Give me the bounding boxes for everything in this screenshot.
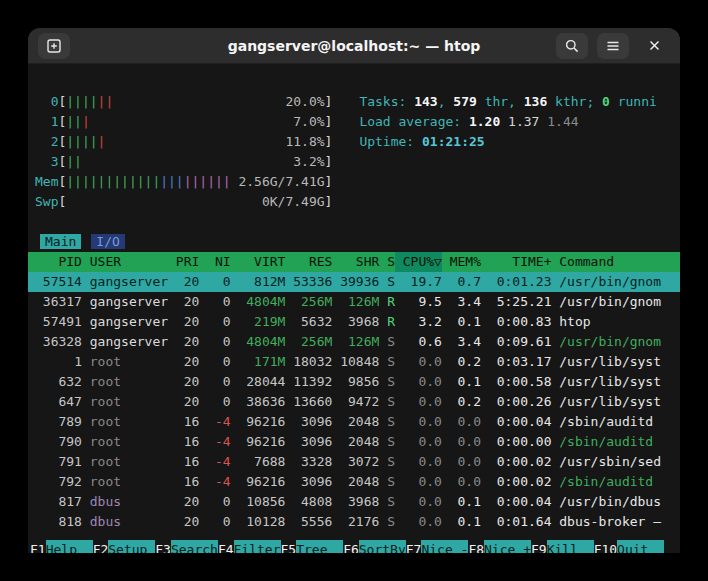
column-header-virt[interactable]: VIRT [231,252,286,272]
meter-bracket: ] [325,174,333,189]
cell-res: 13660 [285,392,332,412]
tab-io[interactable]: I/O [91,234,124,249]
cell-user: gangserver [82,292,168,312]
column-header-shr[interactable]: SHR [332,252,379,272]
column-header-res[interactable]: RES [285,252,332,272]
process-row[interactable]: 647root20038636136609472S0.00.20:00.26/u… [28,392,680,412]
cell-pid: 792 [35,472,82,492]
fnkey-label: SortBy [359,540,406,553]
meter-label: 1 [35,112,58,132]
fnkey-f7[interactable]: F7Nice - [406,540,469,553]
close-button[interactable] [638,33,670,59]
cell-user: root [82,432,168,452]
cell-pri: 20 [168,392,199,412]
column-header-cmd[interactable]: Command [551,252,614,272]
meter-bar-area: |||||||||||||||||||||2.56G/7.41G [66,172,324,192]
cell-pid: 632 [35,372,82,392]
tasks-line: Tasks: 143, 579 thr, 136 kthr; 0 runni [352,92,656,112]
cell-time: 0:00.04 [481,412,551,432]
cell-cmd: /usr/bin/gnom [551,272,661,292]
process-row[interactable]: 818dbus2001012855562176S0.00.10:01.64dbu… [28,512,680,532]
meter-bracket: ] [325,154,333,169]
fnkey-f10[interactable]: F10Quit [594,540,664,553]
cell-s: R [379,292,395,312]
cell-virt: 96216 [231,432,286,452]
meter-value: 0K/7.49G [262,192,325,212]
titlebar[interactable]: gangserver@localhost:~ — htop [28,28,680,64]
column-header-user[interactable]: USER [82,252,168,272]
process-row[interactable]: 792root16-49621630962048S0.00.00:00.02/s… [28,472,680,492]
meter-bracket: ] [325,114,333,129]
fnkey-f9[interactable]: F9Kill [531,540,594,553]
process-row[interactable]: 817dbus2001085648083968S0.00.10:00.04/us… [28,492,680,512]
process-row[interactable]: 790root16-49621630962048S0.00.00:00.00/s… [28,432,680,452]
column-header-ni[interactable]: NI [199,252,230,272]
cell-cmd: /usr/bin/gnom [551,292,661,312]
cell-shr: 3968 [332,492,379,512]
column-header-cpu[interactable]: CPU%▽ [395,252,442,272]
fnkey-f4[interactable]: F4Filter [218,540,281,553]
cell-mem: 0.0 [442,452,481,472]
cell-s: S [379,352,395,372]
new-tab-button[interactable] [38,33,70,59]
stat-text: kthr; [547,94,602,109]
process-row[interactable]: 1root200171M1803210848S0.00.20:03.17/usr… [28,352,680,372]
fnkey-number: F4 [218,540,234,553]
column-header-time[interactable]: TIME+ [481,252,551,272]
process-row[interactable]: 36317gangserver2004804M256M126MR9.53.45:… [28,292,680,312]
process-row[interactable]: 36328gangserver2004804M256M126MS0.63.40:… [28,332,680,352]
meter-segment-green: |||| [66,94,97,109]
fnkey-f6[interactable]: F6SortBy [343,540,406,553]
meter-segment-green: |||||||||||| [66,174,160,189]
column-header-s[interactable]: S [379,252,395,272]
meter-bracket: ] [325,134,333,149]
cell-s: S [379,472,395,492]
process-row[interactable]: 57491gangserver200219M56323968R3.20.10:0… [28,312,680,332]
search-button[interactable] [556,33,588,59]
cell-cpu: 0.0 [395,352,442,372]
meter-bars: ||||||||||||||||||||| [66,174,230,189]
process-row[interactable]: 632root20028044113929856S0.00.10:00.58/u… [28,372,680,392]
meter-bracket: ] [325,194,333,209]
cell-cpu: 0.0 [395,472,442,492]
cpu-meter-2: 2[|||||11.8%] [28,132,332,152]
meter-value: 7.0% [293,112,324,132]
cell-virt: 812M [231,272,286,292]
cell-ni: 0 [199,492,230,512]
fnkey-f3[interactable]: F3Search [155,540,218,553]
cell-mem: 0.1 [442,372,481,392]
cell-user: dbus [82,492,168,512]
cell-res: 5556 [285,512,332,532]
cell-mem: 0.2 [442,352,481,372]
cell-ni: 0 [199,272,230,292]
cell-pri: 20 [168,272,199,292]
spacer-line [28,72,680,92]
cell-user: dbus [82,512,168,532]
cell-res: 18032 [285,352,332,372]
fnkey-f8[interactable]: F8Nice + [468,540,531,553]
swap-meter: Swp[0K/7.49G] [28,192,332,212]
column-header-mem[interactable]: MEM% [442,252,481,272]
cell-pid: 36328 [35,332,82,352]
cell-s: S [379,512,395,532]
column-header-pid[interactable]: PID [35,252,82,272]
column-header-pri[interactable]: PRI [168,252,199,272]
cell-ni: 0 [199,332,230,352]
process-row[interactable]: 791root16-4768833283072S0.00.00:00.02/us… [28,452,680,472]
fnkey-f2[interactable]: F2Setup [93,540,156,553]
cell-s: S [379,272,395,292]
tab-main[interactable]: Main [40,234,81,249]
terminal-content[interactable]: 0[||||||20.0%]1[|||7.0%]2[|||||11.8%]3[|… [28,64,680,553]
fnkey-f5[interactable]: F5Tree [281,540,344,553]
cpu-meter-3: 3[||3.2%] [28,152,332,172]
cell-user: root [82,472,168,492]
meter-segment-green: || [66,114,82,129]
cell-res: 11392 [285,372,332,392]
cell-cpu: 0.0 [395,492,442,512]
cell-pid: 791 [35,452,82,472]
cell-s: S [379,412,395,432]
process-row[interactable]: 57514gangserver200812M5333639936S19.70.7… [28,272,680,292]
menu-button[interactable] [597,33,629,59]
fnkey-f1[interactable]: F1Help [30,540,93,553]
process-row[interactable]: 789root16-49621630962048S0.00.00:00.04/s… [28,412,680,432]
